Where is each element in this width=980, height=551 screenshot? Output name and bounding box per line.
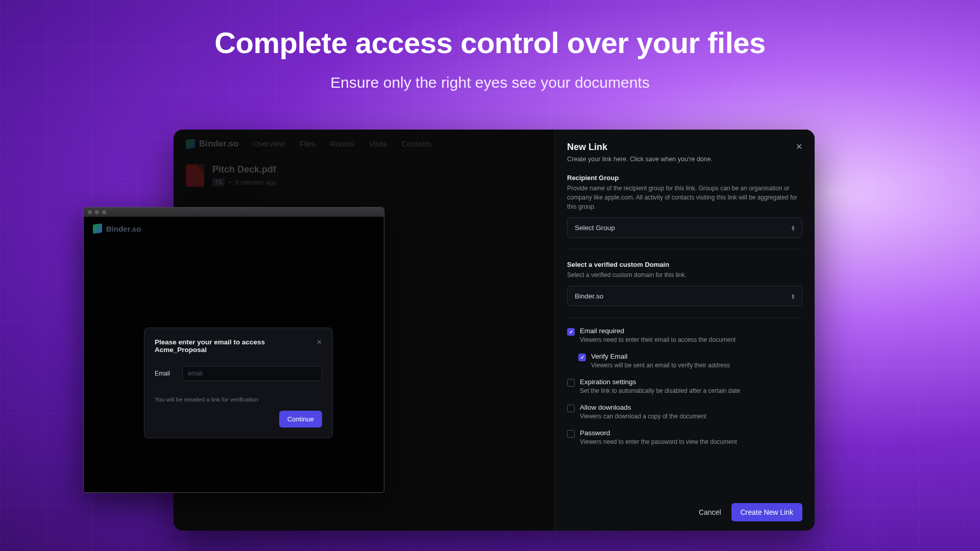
traffic-light-icon — [102, 210, 106, 214]
owner-badge: TS — [212, 178, 225, 186]
file-age: 8 minutes ago — [235, 179, 277, 186]
viewer-brand: Binder.so — [84, 217, 384, 240]
recipient-group-label: Recipient Group — [567, 174, 802, 182]
brand-logo-icon — [186, 139, 195, 149]
pdf-file-icon — [186, 164, 204, 187]
traffic-light-icon — [95, 210, 99, 214]
hero-subtitle: Ensure only the right eyes see your docu… — [0, 74, 980, 91]
verify-email-desc: Viewers will be sent an email to verify … — [591, 362, 730, 369]
nav-overview[interactable]: Overview — [253, 139, 285, 148]
hero-title: Complete access control over your files — [0, 26, 980, 60]
verify-email-label: Verify Email — [591, 353, 730, 360]
close-icon[interactable]: ✕ — [796, 142, 802, 152]
email-field[interactable] — [182, 366, 322, 381]
custom-domain-select[interactable]: Binder.so ▴▾ — [567, 286, 802, 306]
email-required-checkbox[interactable] — [567, 328, 575, 336]
email-required-label: Email required — [580, 327, 736, 335]
password-label: Password — [580, 429, 737, 437]
email-hint: You will be emailed a link for verificat… — [155, 396, 322, 403]
cancel-button[interactable]: Cancel — [696, 503, 724, 521]
expiration-label: Expiration settings — [580, 378, 740, 386]
chevron-updown-icon: ▴▾ — [792, 224, 795, 231]
downloads-label: Allow downloads — [580, 404, 706, 411]
continue-button[interactable]: Continue — [279, 411, 322, 428]
downloads-checkbox[interactable] — [567, 405, 575, 412]
recipient-group-desc: Provide name of the recipient group for … — [567, 184, 802, 211]
app-brand: Binder.so — [186, 139, 238, 149]
create-link-button[interactable]: Create New Link — [731, 503, 803, 521]
drawer-title: New Link — [567, 142, 607, 153]
password-checkbox[interactable] — [567, 430, 575, 438]
email-required-desc: Viewers need to enter their email to acc… — [580, 336, 736, 343]
traffic-light-icon — [88, 210, 92, 214]
close-icon[interactable]: ✕ — [316, 338, 322, 346]
nav-visits[interactable]: Visits — [369, 139, 387, 148]
drawer-subtitle: Create your link here. Click save when y… — [567, 156, 802, 163]
custom-domain-label: Select a verified custom Domain — [567, 261, 802, 268]
expiration-checkbox[interactable] — [567, 379, 575, 387]
brand-logo-icon — [93, 223, 102, 234]
verify-email-checkbox[interactable] — [578, 354, 586, 361]
window-titlebar — [84, 208, 384, 217]
file-name: Pitch Deck.pdf — [212, 164, 277, 175]
chevron-updown-icon: ▴▾ — [792, 293, 795, 299]
new-link-drawer: New Link ✕ Create your link here. Click … — [554, 130, 815, 531]
email-field-label: Email — [155, 370, 175, 377]
recipient-group-select[interactable]: Select Group ▴▾ — [567, 217, 802, 238]
nav-files[interactable]: Files — [299, 139, 315, 148]
downloads-desc: Viewers can download a copy of the docum… — [580, 413, 706, 420]
nav-rooms[interactable]: Rooms — [330, 139, 355, 148]
email-modal-title: Please enter your email to access Acme_P… — [155, 338, 316, 354]
viewer-preview-window: Binder.so Please enter your email to acc… — [83, 207, 384, 493]
email-gate-modal: Please enter your email to access Acme_P… — [144, 328, 333, 438]
custom-domain-desc: Select a verified custom domain for this… — [567, 270, 802, 280]
nav-contacts[interactable]: Contacts — [402, 139, 432, 148]
password-desc: Viewers need to enter the password to vi… — [580, 438, 737, 445]
expiration-desc: Set the link to automatically be disable… — [580, 387, 740, 394]
